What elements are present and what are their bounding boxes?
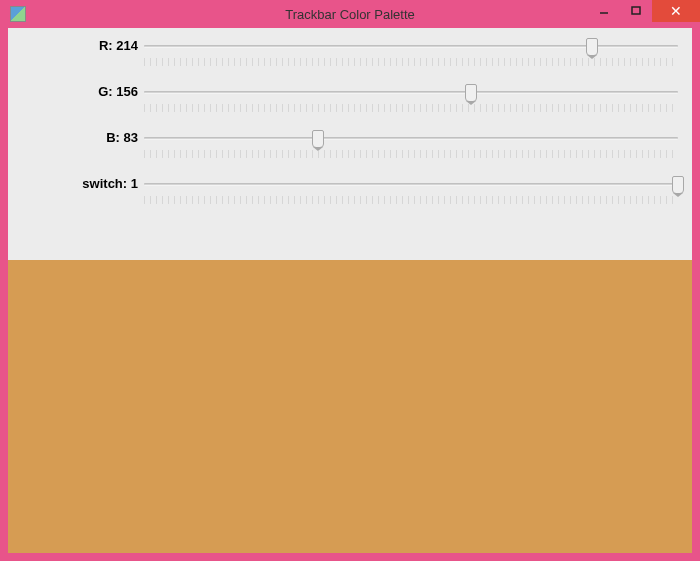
trackbar-panel: R: 214 G: 156 [8, 28, 692, 260]
trackbar-g[interactable] [144, 84, 678, 102]
trackbar-row-g: G: 156 [22, 84, 678, 112]
window-title: Trackbar Color Palette [285, 7, 415, 22]
svg-rect-1 [632, 7, 640, 14]
client-area: R: 214 G: 156 [8, 28, 692, 553]
trackbar-label-g: G: 156 [22, 84, 144, 99]
minimize-icon [599, 6, 609, 16]
window-controls: ✕ [588, 0, 700, 22]
titlebar[interactable]: Trackbar Color Palette ✕ [0, 0, 700, 28]
maximize-icon [631, 6, 641, 16]
trackbar-ticks [144, 196, 678, 204]
app-icon [10, 6, 26, 22]
close-button[interactable]: ✕ [652, 0, 700, 22]
trackbar-ticks [144, 150, 678, 158]
trackbar-thumb-b[interactable] [312, 130, 324, 148]
trackbar-b[interactable] [144, 130, 678, 148]
trackbar-row-switch: switch: 1 [22, 176, 678, 204]
trackbar-thumb-r[interactable] [586, 38, 598, 56]
maximize-button[interactable] [620, 0, 652, 22]
trackbar-label-r: R: 214 [22, 38, 144, 53]
app-window: Trackbar Color Palette ✕ R: 214 [0, 0, 700, 561]
trackbar-ticks [144, 104, 678, 112]
trackbar-ticks [144, 58, 678, 66]
trackbar-label-b: B: 83 [22, 130, 144, 145]
trackbar-row-r: R: 214 [22, 38, 678, 66]
trackbar-r[interactable] [144, 38, 678, 56]
trackbar-label-switch: switch: 1 [22, 176, 144, 191]
trackbar-thumb-g[interactable] [465, 84, 477, 102]
trackbar-thumb-switch[interactable] [672, 176, 684, 194]
color-preview [8, 260, 692, 553]
minimize-button[interactable] [588, 0, 620, 22]
trackbar-row-b: B: 83 [22, 130, 678, 158]
close-icon: ✕ [670, 3, 682, 19]
trackbar-switch[interactable] [144, 176, 678, 194]
